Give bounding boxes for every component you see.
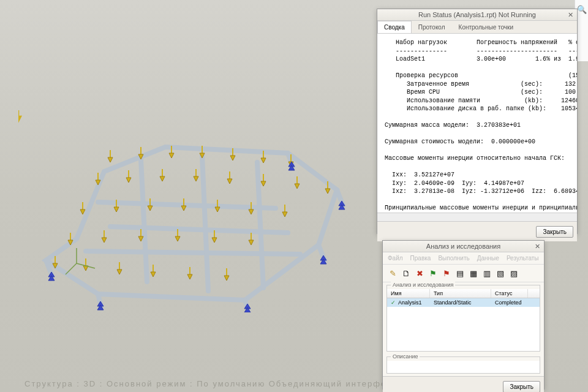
analysis-list-group: Анализ и исследования Имя Тип Статус ✓ A…	[386, 285, 540, 352]
groupbox-label: Анализ и исследования	[391, 282, 455, 288]
svg-marker-43	[282, 212, 287, 217]
results-icon-2[interactable]: ▧	[494, 267, 507, 279]
analysis-toolbar: ✎ 🗋 ✖ ⚑ ⚑ ▤ ▦ ▥ ▧ ▨	[383, 265, 544, 282]
search-icon[interactable]: 🔍	[577, 5, 587, 14]
svg-marker-17	[126, 178, 131, 183]
run-status-title[interactable]: Run Status (Analysis1.rpt) Not Running ✕	[377, 9, 577, 21]
svg-marker-61	[117, 270, 122, 274]
tab-checkpoints[interactable]: Контрольные точки	[452, 21, 520, 33]
status-bar: Структура : 3D : Основной режим : По умо…	[24, 379, 398, 388]
check-icon: ✓	[387, 298, 394, 307]
description-group: Описание	[386, 356, 540, 374]
svg-marker-33	[114, 207, 119, 212]
list-header: Имя Тип Статус	[387, 289, 540, 298]
edit-icon[interactable]: ✎	[386, 267, 399, 279]
display-icon[interactable]: ▦	[467, 267, 480, 279]
analysis-dialog: Анализ и исследования ✕ Файл Правка Выпо…	[382, 240, 545, 390]
menu-file[interactable]: Файл	[388, 255, 403, 262]
svg-marker-53	[212, 238, 217, 243]
svg-marker-9	[230, 156, 235, 160]
flag-red-icon[interactable]: ⚑	[440, 267, 453, 279]
menu-results[interactable]: Результаты	[507, 255, 539, 262]
svg-marker-27	[295, 184, 300, 189]
row-status: Completed	[491, 298, 528, 307]
svg-marker-1	[108, 157, 113, 162]
row-name: Analysis1	[394, 298, 430, 307]
col-type[interactable]: Тип	[430, 289, 491, 298]
close-button[interactable]: Закрыть	[503, 381, 540, 392]
svg-marker-39	[215, 207, 220, 212]
analysis-menu-bar: Файл Правка Выполнить Данные Результаты	[383, 252, 544, 265]
svg-marker-21	[194, 176, 198, 181]
svg-marker-47	[102, 238, 107, 243]
run-status-tabs: Сводка Протокол Контрольные точки	[377, 21, 577, 34]
list-row[interactable]: ✓ Analysis1 Standard/Static Completed	[387, 298, 540, 307]
delete-icon[interactable]: ✖	[413, 267, 426, 279]
svg-marker-51	[175, 236, 180, 241]
results-icon-3[interactable]: ▨	[508, 267, 520, 279]
svg-marker-19	[160, 176, 165, 181]
svg-marker-37	[181, 206, 186, 211]
col-status[interactable]: Статус	[491, 289, 528, 298]
analysis-title-text: Анализ и исследования	[426, 243, 500, 250]
run-status-title-text: Run Status (Analysis1.rpt) Not Running	[418, 11, 536, 18]
tab-summary[interactable]: Сводка	[377, 21, 412, 33]
svg-marker-67	[224, 276, 229, 281]
menu-run[interactable]: Выполнить	[438, 255, 469, 262]
scrollbar-horizontal[interactable]	[377, 213, 577, 221]
menu-data[interactable]: Данные	[477, 255, 499, 262]
results-icon-1[interactable]: ▥	[481, 267, 493, 279]
flag-green-icon[interactable]: ⚑	[427, 267, 439, 279]
description-text[interactable]	[387, 361, 540, 373]
desc-label: Описание	[391, 353, 420, 360]
run-status-dialog: Run Status (Analysis1.rpt) Not Running ✕…	[377, 9, 578, 234]
row-type: Standard/Static	[430, 298, 491, 307]
svg-marker-41	[249, 209, 254, 214]
col-name[interactable]: Имя	[387, 289, 430, 298]
new-icon[interactable]: 🗋	[400, 267, 412, 279]
analysis-title[interactable]: Анализ и исследования ✕	[383, 241, 544, 252]
list-body[interactable]: ✓ Analysis1 Standard/Static Completed	[387, 298, 540, 351]
svg-marker-25	[261, 181, 266, 186]
tab-protocol[interactable]: Протокол	[412, 21, 452, 33]
svg-marker-11	[261, 158, 266, 163]
svg-marker-63	[151, 272, 156, 277]
svg-marker-65	[187, 274, 192, 279]
svg-marker-35	[148, 206, 153, 211]
close-button[interactable]: Закрыть	[536, 226, 573, 238]
svg-marker-29	[325, 189, 330, 194]
svg-line-81	[66, 263, 77, 274]
svg-marker-55	[249, 240, 254, 245]
close-icon[interactable]: ✕	[566, 11, 575, 20]
close-icon[interactable]: ✕	[533, 243, 541, 251]
model-frame	[18, 110, 361, 312]
report-icon[interactable]: ▤	[454, 267, 466, 279]
svg-marker-23	[227, 179, 232, 184]
report-text[interactable]: Набор нагрузок Погрешность напряжений % …	[377, 34, 577, 213]
menu-edit[interactable]: Правка	[410, 255, 431, 262]
svg-marker-5	[169, 153, 174, 158]
